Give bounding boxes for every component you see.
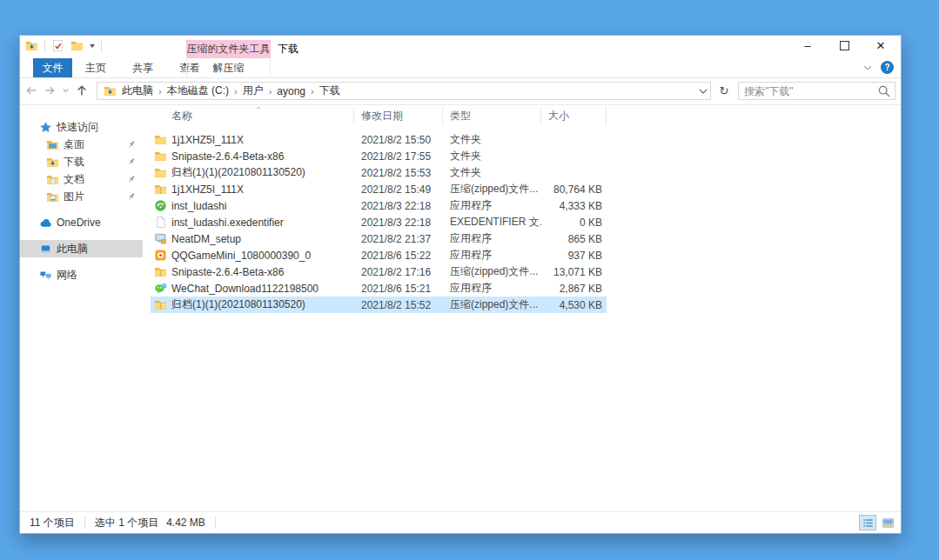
search-icon[interactable] (877, 84, 891, 98)
file-name: NeatDM_setup (171, 233, 354, 245)
file-date-modified: 2021/8/2 15:52 (354, 299, 443, 311)
tab-file[interactable]: 文件 (33, 58, 72, 77)
sidebar-item-OneDrive[interactable]: OneDrive (20, 214, 143, 231)
address-dropdown-chevron-icon[interactable] (696, 84, 710, 98)
maximize-button[interactable] (826, 36, 862, 55)
file-size: 4,530 KB (541, 299, 607, 311)
sidebar-item-文档[interactable]: 文档 (20, 170, 143, 188)
breadcrumb-item[interactable]: 用户 (240, 83, 266, 98)
help-icon[interactable]: ? (881, 61, 894, 74)
ribbon-tab-row: 文件 主页共享查看 解压缩 ? (20, 58, 901, 78)
file-date-modified: 2021/8/2 17:16 (354, 266, 443, 278)
file-type: 文件夹 (443, 149, 541, 163)
details-view-button[interactable] (859, 515, 876, 530)
folder-documents-icon (46, 173, 59, 186)
column-headers: 名称 修改日期 类型 大小 (151, 107, 607, 125)
forward-icon[interactable] (43, 83, 57, 97)
file-type: 应用程序 (443, 198, 541, 213)
file-size: 2,867 KB (541, 283, 607, 295)
window-controls: – ✕ (789, 36, 899, 55)
tab-extract[interactable]: 解压缩 (186, 58, 271, 77)
column-header-label: 类型 (450, 109, 471, 123)
breadcrumb-separator-icon[interactable]: › (266, 86, 275, 97)
folder-desktop-icon (46, 138, 59, 151)
properties-check-icon[interactable] (51, 39, 64, 52)
file-list-pane: 名称 修改日期 类型 大小 1j1XHZ5I_111X2021/8/2 15:5… (143, 104, 900, 512)
file-row[interactable]: 归档(1)(1)(20210801130520)2021/8/2 15:52压缩… (151, 297, 607, 313)
column-header-label: 大小 (548, 109, 569, 123)
file-row[interactable]: 1j1XHZ5I_111X2021/8/2 15:50文件夹 (151, 131, 607, 148)
toolbar-separator (101, 40, 102, 52)
computer-icon (39, 243, 52, 256)
breadcrumb-separator-icon[interactable]: › (308, 86, 317, 97)
sidebar-item-label: 下载 (64, 155, 84, 170)
up-icon[interactable] (75, 83, 89, 97)
file-name: inst_ludashi (171, 200, 354, 212)
file-size: 80,764 KB (541, 183, 607, 196)
breadcrumb-item[interactable]: ayong (274, 85, 308, 97)
pin-icon (126, 139, 137, 150)
address-bar[interactable]: 此电脑›本地磁盘 (C:)›用户›ayong›下载 (97, 82, 711, 100)
file-type: 压缩(zipped)文件... (443, 182, 541, 197)
ribbon-right-controls: ? (862, 61, 894, 74)
sidebar-item-桌面[interactable]: 桌面 (20, 136, 143, 153)
thumbnail-view-button[interactable] (879, 515, 896, 530)
collapse-ribbon-chevron-icon[interactable] (862, 63, 873, 73)
desktop-background: 压缩的文件夹工具 下载 – ✕ 文件 主页共享查看 解压缩 ? (0, 0, 939, 560)
sidebar-item-快速访问[interactable]: 快速访问 (20, 118, 143, 136)
file-size: 4,333 KB (541, 200, 607, 212)
sidebar-item-label: 此电脑 (57, 242, 88, 257)
customize-caret-icon[interactable] (90, 44, 95, 48)
file-row[interactable]: QQGameMini_1080000390_02021/8/6 15:22应用程… (151, 247, 607, 263)
sidebar-item-网络[interactable]: 网络 (20, 266, 143, 283)
app-ludashi-icon (154, 199, 167, 212)
folder-icon (154, 150, 167, 163)
file-row[interactable]: 1j1XHZ5I_111X2021/8/2 15:49压缩(zipped)文件.… (151, 181, 607, 197)
file-date-modified: 2021/8/6 15:22 (354, 250, 443, 262)
sidebar-item-label: OneDrive (57, 217, 101, 229)
tab-主页[interactable]: 主页 (72, 58, 119, 77)
quick-access-toolbar (25, 39, 102, 52)
file-row[interactable]: inst_ludashi2021/8/3 22:18应用程序4,333 KB (151, 197, 607, 214)
column-header-size[interactable]: 大小 (541, 107, 607, 125)
navigation-toolbar: 此电脑›本地磁盘 (C:)›用户›ayong›下载 ↻ (20, 77, 901, 105)
column-header-date[interactable]: 修改日期 (354, 107, 443, 125)
selection-info: 选中 1 个项目 4.42 MB (85, 517, 216, 529)
file-type: 文件夹 (443, 132, 541, 147)
file-row[interactable]: inst_ludashi.exedentifier2021/8/3 22:18E… (151, 214, 607, 230)
recent-locations-chevron-icon[interactable] (61, 83, 70, 97)
breadcrumb-separator-icon[interactable]: › (156, 86, 164, 97)
search-input[interactable] (739, 85, 877, 97)
tab-共享[interactable]: 共享 (119, 58, 166, 77)
title-bar: 压缩的文件夹工具 下载 – ✕ (20, 36, 901, 58)
breadcrumb-separator-icon[interactable]: › (231, 86, 240, 97)
window-folder-downloads-icon[interactable] (25, 39, 38, 52)
column-header-name[interactable]: 名称 (151, 107, 354, 125)
new-folder-icon[interactable] (70, 39, 84, 52)
folder-icon (154, 166, 167, 179)
file-row[interactable]: Snipaste-2.6.4-Beta-x862021/8/2 17:55文件夹 (151, 148, 607, 164)
star-icon (39, 121, 52, 134)
file-type: 压缩(zipped)文件... (443, 264, 541, 279)
breadcrumb-item[interactable]: 下载 (317, 83, 343, 98)
sidebar-item-图片[interactable]: 图片 (20, 188, 143, 205)
close-button[interactable]: ✕ (862, 36, 899, 55)
back-icon[interactable] (24, 83, 38, 97)
breadcrumb-item[interactable]: 此电脑 (119, 83, 156, 98)
details-view-icon (862, 517, 875, 530)
refresh-icon[interactable]: ↻ (715, 82, 733, 100)
file-row[interactable]: NeatDM_setup2021/8/2 21:37应用程序865 KB (151, 230, 607, 247)
file-row[interactable]: WeChat_Download11221985002021/8/6 15:21应… (151, 280, 607, 297)
sidebar-item-此电脑[interactable]: 此电脑 (20, 240, 143, 257)
item-count: 11 个项目 (20, 517, 85, 529)
file-size: 937 KB (541, 250, 607, 262)
minimize-button[interactable]: – (789, 36, 826, 55)
sidebar-item-label: 桌面 (64, 137, 84, 152)
file-row[interactable]: Snipaste-2.6.4-Beta-x862021/8/2 17:16压缩(… (151, 263, 607, 280)
file-row[interactable]: 归档(1)(1)(20210801130520)2021/8/2 15:53文件… (151, 164, 607, 181)
file-date-modified: 2021/8/3 22:18 (354, 217, 443, 229)
sidebar-item-下载[interactable]: 下载 (20, 153, 143, 170)
column-header-type[interactable]: 类型 (443, 107, 541, 125)
file-type: EXEDENTIFIER 文... (443, 215, 541, 230)
breadcrumb-item[interactable]: 本地磁盘 (C:) (164, 83, 231, 98)
